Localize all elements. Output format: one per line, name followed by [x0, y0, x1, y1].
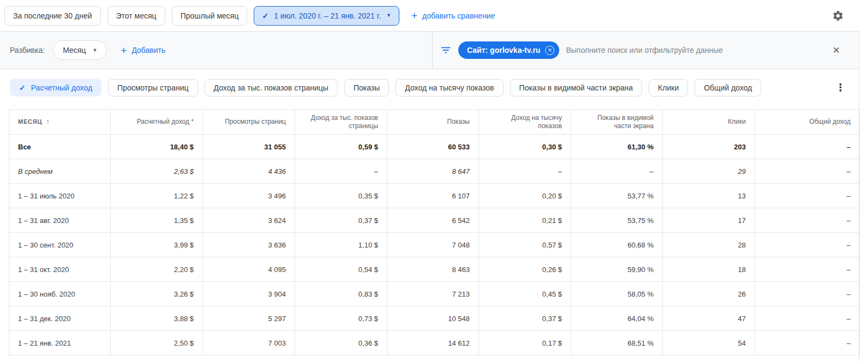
breakdown-section: Разбивка: Месяц ▼ + Добавить: [0, 32, 432, 69]
site-filter-chip[interactable]: Сайт: gorlovka-tv.ru ✕: [458, 41, 559, 59]
report-table: МЕСЯЦ↑Расчетный доход *Просмотры страниц…: [9, 109, 860, 355]
cell-value: 1,22 $: [111, 184, 203, 208]
plus-icon: +: [411, 10, 417, 21]
table-row: 1 – 31 окт. 20202,20 $4 0950,54 $8 4630,…: [9, 257, 860, 282]
row-label: 1 – 31 окт. 2020: [9, 257, 111, 282]
more-options-icon[interactable]: ⋮: [835, 82, 846, 93]
cell-value: 0,54 $: [295, 257, 387, 282]
metric-chip[interactable]: ✓Расчетный доход: [10, 79, 101, 96]
row-label: 1 – 31 авг. 2020: [9, 208, 111, 233]
remove-filter-icon[interactable]: ✕: [545, 46, 554, 55]
add-comparison-label: добавить сравнение: [422, 11, 495, 20]
column-header-label: Расчетный доход *: [137, 118, 194, 125]
cell-value: 0,57 $: [479, 233, 571, 257]
column-header[interactable]: Доход на тысячу показов: [479, 110, 571, 135]
cell-value: 3,88 $: [111, 306, 203, 331]
cell-value: 3 636: [203, 233, 295, 257]
row-label: 1 – 21 янв. 2021: [9, 331, 111, 355]
row-label: 1 – 31 дек. 2020: [9, 306, 111, 331]
report-content: Разбивка: Месяц ▼ + Добавить Сайт: gorlo…: [0, 31, 859, 362]
table-row: 1 – 31 июль 20201,22 $3 4960,35 $6 1070,…: [9, 184, 860, 208]
settings-gear-icon[interactable]: [832, 10, 844, 22]
row-label: Все: [9, 135, 111, 159]
preset-this-month-button[interactable]: Этот месяц: [107, 6, 165, 26]
cell-value: 0,37 $: [479, 306, 571, 331]
cell-value: 64,04 %: [571, 306, 663, 331]
row-label: 1 – 30 сент. 2020: [9, 233, 111, 257]
table-row: 1 – 31 дек. 20203,88 $5 2970,73 $10 5480…: [9, 306, 860, 331]
cell-value: 2,20 $: [111, 257, 203, 282]
cell-value: 0,73 $: [295, 306, 387, 331]
cell-value: –: [755, 306, 860, 331]
column-header-label: Просмотры страниц: [225, 118, 286, 125]
cell-value: 3,26 $: [111, 282, 203, 306]
column-header-label: Клики: [728, 118, 746, 125]
cell-value: 59,90 %: [571, 257, 663, 282]
cell-value: 1,35 $: [111, 208, 203, 233]
column-header[interactable]: МЕСЯЦ↑: [9, 110, 111, 135]
metric-chips-row: ✓Расчетный доходПросмотры страницДоход з…: [0, 69, 859, 106]
metric-chip[interactable]: Показы: [344, 79, 389, 96]
column-header[interactable]: Общий доход: [755, 110, 860, 135]
metric-chip[interactable]: Показы в видимой части экрана: [510, 79, 643, 96]
column-header[interactable]: Доход за тыс. показов страницы: [295, 110, 387, 135]
check-icon: ✓: [262, 11, 268, 20]
cell-value: 60 533: [387, 135, 479, 159]
metric-chip[interactable]: Клики: [649, 79, 688, 96]
cell-value: 0,30 $: [479, 135, 571, 159]
cell-value: 6 542: [387, 208, 479, 233]
search-input[interactable]: Выполните поиск или отфильтруйте данные: [566, 46, 723, 55]
filter-search-section: Сайт: gorlovka-tv.ru ✕ Выполните поиск и…: [432, 32, 859, 69]
cell-value: 31 055: [203, 135, 295, 159]
metric-chip[interactable]: Доход на тысячу показов: [396, 79, 503, 96]
add-comparison-button[interactable]: + добавить сравнение: [411, 10, 495, 21]
cell-value: 1,10 $: [295, 233, 387, 257]
column-header[interactable]: Расчетный доход *: [111, 110, 203, 135]
metric-chip[interactable]: Доход за тыс. показов страницы: [205, 79, 338, 96]
cell-value: 8 463: [387, 257, 479, 282]
plus-icon: +: [121, 45, 127, 56]
cell-value: 3,99 $: [111, 233, 203, 257]
cell-value: 3 904: [203, 282, 295, 306]
cell-value: 61,30 %: [571, 135, 663, 159]
cell-value: 4 095: [203, 257, 295, 282]
column-header-label: Общий доход: [809, 118, 851, 125]
column-header[interactable]: Показы в видимой части экрана: [571, 110, 663, 135]
preset-last-30-days-button[interactable]: За последние 30 дней: [4, 6, 101, 26]
column-header[interactable]: Клики: [663, 110, 755, 135]
cell-value: 0,17 $: [479, 331, 571, 355]
metric-chip[interactable]: Общий доход: [695, 79, 761, 96]
cell-value: 7 048: [387, 233, 479, 257]
check-icon: ✓: [19, 83, 26, 92]
preset-last-month-button[interactable]: Прошлый месяц: [172, 6, 248, 26]
cell-value: –: [295, 159, 387, 184]
table-row: 1 – 30 сент. 20203,99 $3 6361,10 $7 0480…: [9, 233, 860, 257]
filter-list-icon[interactable]: [440, 44, 452, 56]
column-header[interactable]: Просмотры страниц: [203, 110, 295, 135]
cell-value: 17: [663, 208, 755, 233]
add-breakdown-button[interactable]: + Добавить: [121, 45, 165, 56]
metric-chip[interactable]: Просмотры страниц: [108, 79, 197, 96]
close-icon[interactable]: ✕: [833, 45, 840, 56]
column-header-label: МЕСЯЦ: [18, 118, 42, 125]
cell-value: 4 436: [203, 159, 295, 184]
cell-value: 6 107: [387, 184, 479, 208]
cell-value: 0,36 $: [295, 331, 387, 355]
cell-value: 26: [663, 282, 755, 306]
cell-value: 28: [663, 233, 755, 257]
cell-value: –: [755, 184, 860, 208]
sort-ascending-icon: ↑: [46, 118, 49, 125]
row-label: 1 – 30 нояб. 2020: [9, 282, 111, 306]
chevron-down-icon: ▼: [92, 48, 97, 53]
date-range-selector[interactable]: ✓ 1 июл. 2020 г. – 21 янв. 2021 г. ▼: [254, 6, 399, 26]
cell-value: 13: [663, 184, 755, 208]
cell-value: 0,21 $: [479, 208, 571, 233]
column-header-label: Показы в видимой части экрана: [597, 114, 654, 130]
metric-chip-label: Показы: [354, 83, 380, 92]
row-label: 1 – 31 июль 2020: [9, 184, 111, 208]
metric-chip-label: Общий доход: [704, 83, 752, 92]
metric-chip-label: Доход на тысячу показов: [405, 83, 494, 92]
column-header[interactable]: Показы: [387, 110, 479, 135]
cell-value: 0,26 $: [479, 257, 571, 282]
breakdown-dropdown[interactable]: Месяц ▼: [53, 40, 107, 60]
